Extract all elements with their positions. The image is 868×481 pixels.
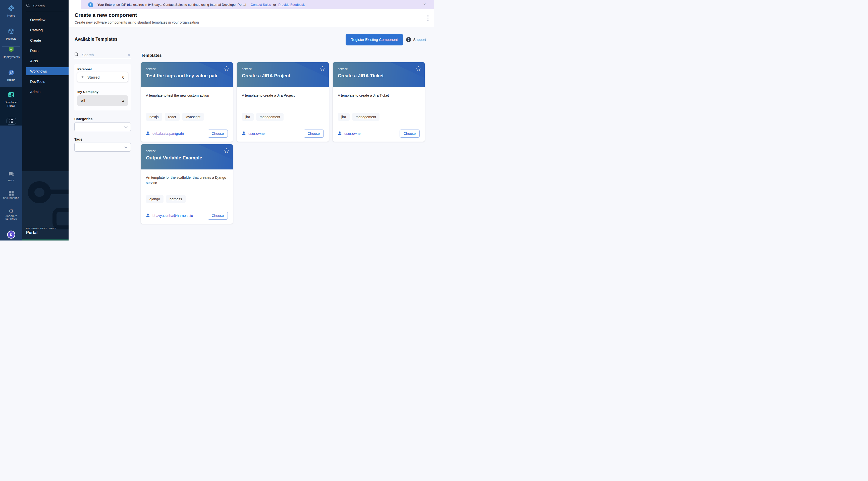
decor-bar [49, 190, 68, 194]
rail-item-builds[interactable]: Builds [0, 69, 22, 82]
rail-item-label: Home [7, 14, 15, 17]
choose-button[interactable]: Choose [400, 130, 420, 137]
rail-item-label: Deployments [3, 55, 20, 59]
sidebar-item-apis[interactable]: APIs [22, 56, 68, 66]
decor-strip [22, 239, 68, 241]
sidebar-item-overview[interactable]: Overview [22, 14, 68, 25]
tag-chip: jira [338, 113, 350, 121]
user-avatar[interactable]: D [8, 231, 14, 238]
card-owner-row: debabrata.panigrahi Choose [146, 130, 228, 137]
rail-item-home[interactable]: Home [0, 5, 22, 17]
card-header: service Output Variable Example [141, 145, 233, 169]
card-description: A template to test the new custom action [146, 93, 228, 109]
choose-button[interactable]: Choose [304, 130, 324, 137]
trial-banner: i Your Enterprise IDP trial expires in 9… [81, 0, 434, 9]
sidebar-search[interactable]: Search [26, 2, 64, 9]
support-question-icon[interactable]: ? [406, 37, 411, 42]
sidebar-item-create[interactable]: Create [22, 35, 68, 45]
idp-sidebar: Search Overview Catalog Create Docs APIs… [22, 0, 68, 241]
card-description: A template to create a Jira Ticket [338, 93, 420, 109]
tag-chip: react [165, 113, 180, 121]
card-title: Create a JIRA Ticket [338, 73, 420, 78]
card-tags: django harness [146, 195, 228, 203]
brand-line-2: Portal [26, 230, 57, 235]
card-owner-row: user:owner Choose [338, 130, 420, 137]
rail-item-help[interactable]: ? HELP [0, 171, 22, 182]
tags-label: Tags [74, 137, 82, 141]
star-icon[interactable] [224, 66, 229, 72]
owner-link[interactable]: user:owner [344, 132, 397, 135]
template-search: ✕ [74, 51, 131, 59]
svg-text:?: ? [10, 172, 11, 175]
starred-filter[interactable]: ★ Starred 0 [78, 72, 128, 82]
starred-count: 0 [122, 75, 124, 79]
sidebar-item-devtools[interactable]: DevTools [22, 76, 68, 87]
categories-select[interactable] [74, 122, 131, 131]
star-icon[interactable] [320, 66, 325, 72]
rail-item-dashboards[interactable]: DASHBOARDS [0, 191, 22, 199]
register-existing-component-button[interactable]: Register Existing Component [346, 34, 403, 45]
sidebar-brand: INTERNAL DEVELOPER Portal [26, 227, 57, 235]
deployments-icon: ∞ [8, 46, 14, 54]
main-area: i Your Enterprise IDP trial expires in 9… [68, 0, 434, 241]
page-subtitle: Create new software components using sta… [74, 20, 199, 24]
brand-line-1: INTERNAL DEVELOPER [26, 227, 57, 230]
card-title: Test the tags and key value pair [146, 73, 228, 78]
search-input[interactable] [82, 53, 124, 57]
all-filter[interactable]: All 4 [78, 95, 128, 106]
close-icon[interactable]: ✕ [423, 2, 426, 6]
card-type: service [242, 67, 324, 71]
available-templates-heading: Available Templates [74, 37, 118, 42]
clear-search-icon[interactable]: ✕ [127, 53, 131, 57]
support-label[interactable]: Support [413, 38, 426, 42]
card-body: A template to create a Jira Ticket jira … [333, 87, 425, 141]
rail-item-label: ACCOUNT SETTINGS [3, 215, 20, 220]
banner-or: or [273, 3, 276, 6]
tag-chip: nextjs [146, 113, 162, 121]
content-area: Available Templates Register Existing Co… [68, 27, 434, 241]
sidebar-decoration: INTERNAL DEVELOPER Portal [22, 171, 68, 241]
developer-portal-icon [8, 91, 14, 99]
builds-icon [8, 69, 14, 77]
apps-grid-button[interactable] [6, 118, 16, 125]
owner-link[interactable]: user:owner [248, 132, 301, 135]
sidebar-item-docs[interactable]: Docs [22, 45, 68, 56]
rail-item-developer-portal[interactable]: Developer Portal [0, 91, 22, 108]
rail-item-label: DASHBOARDS [3, 197, 19, 200]
personal-label: Personal [78, 67, 92, 71]
rail-item-deployments[interactable]: ∞ Deployments [0, 46, 22, 59]
owner-link[interactable]: debabrata.panigrahi [152, 132, 205, 135]
rail-item-label: Developer Portal [3, 100, 19, 108]
star-icon[interactable] [416, 66, 421, 72]
search-icon [74, 52, 79, 58]
card-type: service [146, 149, 228, 153]
star-icon[interactable] [224, 148, 229, 154]
card-header: service Create a JIRA Project [237, 62, 329, 87]
sidebar-item-catalog[interactable]: Catalog [22, 25, 68, 35]
person-icon [146, 131, 150, 136]
card-header: service Test the tags and key value pair [141, 62, 233, 87]
tag-chip: management [352, 113, 380, 121]
contact-sales-link[interactable]: Contact Sales [251, 3, 271, 6]
card-type: service [146, 67, 228, 71]
card-tags: nextjs react javascript [146, 113, 228, 121]
template-card: service Create a JIRA Ticket A template … [333, 62, 425, 141]
banner-text: Your Enterprise IDP trial expires in 946… [97, 3, 246, 6]
rail-item-account-settings[interactable]: ⚙ ACCOUNT SETTINGS [0, 209, 22, 220]
sidebar-item-admin[interactable]: Admin [22, 87, 68, 97]
card-body: A template to create a Jira Project jira… [237, 87, 329, 141]
sidebar-item-workflows[interactable]: Workflows [26, 67, 68, 75]
chevron-down-icon [124, 145, 128, 149]
kebab-menu-icon[interactable] [427, 14, 430, 22]
owner-link[interactable]: bhavya.sinha@harness.io [152, 214, 205, 218]
sidebar-nav: Overview Catalog Create Docs APIs Workfl… [22, 14, 68, 97]
rail-item-projects[interactable]: Projects [0, 28, 22, 40]
tags-select[interactable] [74, 142, 131, 152]
choose-button[interactable]: Choose [208, 212, 228, 220]
card-owner-row: user:owner Choose [242, 130, 324, 137]
template-cards-grid: service Test the tags and key value pair… [141, 62, 425, 224]
tag-chip: management [256, 113, 284, 121]
choose-button[interactable]: Choose [208, 130, 228, 137]
decor-circle [28, 181, 51, 203]
provide-feedback-link[interactable]: Provide Feedback [278, 3, 305, 6]
